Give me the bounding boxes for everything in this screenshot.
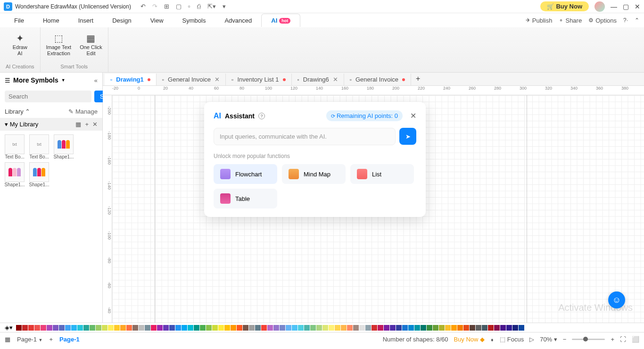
- tab-close-icon[interactable]: ✕: [333, 76, 338, 83]
- color-swatch[interactable]: [506, 325, 512, 331]
- color-swatch[interactable]: [408, 325, 414, 331]
- more-icon[interactable]: ▾: [223, 3, 226, 10]
- tab-drawing6[interactable]: ▫ Drawing6✕: [292, 74, 344, 85]
- help-icon[interactable]: ?·: [623, 17, 628, 24]
- color-swatch[interactable]: [280, 325, 285, 331]
- fit-page-icon[interactable]: ⛶: [620, 336, 626, 343]
- menu-advanced[interactable]: Advanced: [215, 14, 261, 27]
- color-swatch[interactable]: [28, 325, 34, 331]
- library-add-icon[interactable]: +: [85, 121, 89, 128]
- color-swatch[interactable]: [482, 325, 487, 331]
- shape-item[interactable]: txtText Bo...: [4, 134, 25, 159]
- color-swatch[interactable]: [519, 325, 524, 331]
- color-swatch[interactable]: [402, 325, 408, 331]
- menu-home[interactable]: Home: [33, 14, 69, 27]
- color-swatch[interactable]: [59, 325, 65, 331]
- play-icon[interactable]: ▷: [529, 336, 534, 343]
- color-swatch[interactable]: [132, 325, 138, 331]
- color-swatch[interactable]: [292, 325, 297, 331]
- color-swatch[interactable]: [145, 325, 150, 331]
- color-swatch[interactable]: [126, 325, 132, 331]
- save-icon[interactable]: ▫: [188, 3, 190, 10]
- color-swatch[interactable]: [261, 325, 267, 331]
- color-swatch[interactable]: [512, 325, 518, 331]
- color-swatch[interactable]: [372, 325, 377, 331]
- buy-now-button[interactable]: 🛒 Buy Now: [540, 1, 589, 11]
- ai-card-mindmap[interactable]: Mind Map: [282, 164, 346, 184]
- my-library-toggle[interactable]: ▾ My Library: [5, 121, 38, 128]
- color-swatch[interactable]: [470, 325, 475, 331]
- color-swatch[interactable]: [322, 325, 328, 331]
- library-close-icon[interactable]: ✕: [92, 121, 98, 128]
- ai-card-flowchart[interactable]: Flowchart: [214, 164, 277, 184]
- color-swatch[interactable]: [298, 325, 304, 331]
- color-swatch[interactable]: [22, 325, 28, 331]
- menu-symbols[interactable]: Symbols: [173, 14, 215, 27]
- library-grid-icon[interactable]: ▦: [75, 121, 81, 128]
- zoom-out-button[interactable]: −: [563, 336, 567, 343]
- color-swatch[interactable]: [169, 325, 175, 331]
- color-swatch[interactable]: [90, 325, 95, 331]
- color-swatch[interactable]: [457, 325, 463, 331]
- canvas[interactable]: AI Assistant ? ⟳ Remaining AI points: 0 …: [112, 95, 644, 323]
- color-swatch[interactable]: [231, 325, 236, 331]
- color-swatch[interactable]: [341, 325, 347, 331]
- color-swatch[interactable]: [249, 325, 255, 331]
- tab-close-icon[interactable]: ✕: [215, 76, 220, 83]
- focus-button[interactable]: ⬚ Focus: [500, 336, 524, 343]
- tab-general-invoice-2[interactable]: ▫ General Invoice: [344, 74, 411, 85]
- zoom-in-button[interactable]: +: [611, 336, 614, 343]
- fill-icon[interactable]: ◈▾: [5, 324, 13, 331]
- export-icon[interactable]: ⇱▾: [207, 3, 216, 10]
- new-icon[interactable]: ⊞: [164, 3, 169, 10]
- minimize-icon[interactable]: —: [611, 3, 617, 10]
- close-ai-panel-icon[interactable]: ✕: [410, 111, 416, 120]
- color-swatch[interactable]: [71, 325, 77, 331]
- color-swatch[interactable]: [310, 325, 316, 331]
- tab-inventory-list[interactable]: ▫ Inventory List 1: [226, 74, 291, 85]
- color-swatch[interactable]: [463, 325, 469, 331]
- color-swatch[interactable]: [96, 325, 101, 331]
- color-swatch[interactable]: [273, 325, 279, 331]
- shape-item[interactable]: txtText Bo...: [28, 134, 50, 159]
- color-swatch[interactable]: [451, 325, 457, 331]
- color-swatch[interactable]: [188, 325, 193, 331]
- library-label[interactable]: Library ⌃: [5, 108, 30, 115]
- color-swatch[interactable]: [396, 325, 402, 331]
- color-swatch[interactable]: [316, 325, 322, 331]
- tab-drawing1[interactable]: ▫ Drawing1: [105, 74, 157, 85]
- color-swatch[interactable]: [53, 325, 58, 331]
- color-swatch[interactable]: [421, 325, 426, 331]
- user-avatar[interactable]: [594, 1, 605, 12]
- color-swatch[interactable]: [224, 325, 230, 331]
- color-swatch[interactable]: [304, 325, 310, 331]
- ai-card-table[interactable]: Table: [214, 189, 277, 208]
- options-button[interactable]: ⚙ Options: [588, 17, 617, 24]
- ai-chat-fab[interactable]: ☺: [608, 291, 625, 308]
- color-swatch[interactable]: [108, 325, 114, 331]
- ai-card-list[interactable]: List: [350, 164, 414, 184]
- color-swatch[interactable]: [139, 325, 144, 331]
- color-swatch[interactable]: [335, 325, 340, 331]
- color-swatch[interactable]: [500, 325, 506, 331]
- ai-query-input[interactable]: Input queries, communicate with the AI.: [214, 128, 396, 145]
- menu-view[interactable]: View: [141, 14, 173, 27]
- color-swatch[interactable]: [255, 325, 261, 331]
- color-swatch[interactable]: [47, 325, 52, 331]
- color-swatch[interactable]: [102, 325, 107, 331]
- share-button[interactable]: ⚬ Share: [559, 17, 582, 24]
- active-page-tab[interactable]: Page-1: [59, 336, 80, 343]
- menu-ai[interactable]: AIhot: [261, 14, 300, 27]
- color-swatch[interactable]: [41, 325, 46, 331]
- menu-design[interactable]: Design: [103, 14, 140, 27]
- open-icon[interactable]: ▢: [176, 3, 182, 10]
- menu-file[interactable]: File: [5, 14, 33, 27]
- color-swatch[interactable]: [77, 325, 83, 331]
- ai-points-badge[interactable]: ⟳ Remaining AI points: 0: [326, 110, 403, 121]
- symbol-search-input[interactable]: [5, 91, 91, 102]
- color-swatch[interactable]: [488, 325, 494, 331]
- color-swatch[interactable]: [445, 325, 451, 331]
- page-layout-icon[interactable]: ▦: [5, 336, 10, 343]
- color-swatch[interactable]: [157, 325, 163, 331]
- color-swatch[interactable]: [34, 325, 40, 331]
